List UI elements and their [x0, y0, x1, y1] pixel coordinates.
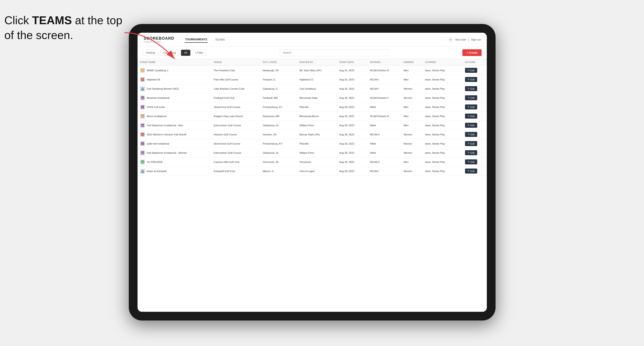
table-row: FW Fall Statesmen Invitational - Women E… — [138, 148, 487, 158]
cell-city-state: Freeport, IL — [260, 75, 297, 84]
event-icon: MV — [140, 96, 145, 100]
filter-label: Filter — [197, 51, 203, 54]
cell-hosted-by: Highland CC — [297, 75, 337, 84]
col-header-gender: GENDER — [401, 59, 422, 66]
cell-scoring: team, Stroke Play — [422, 139, 462, 148]
table-row: K Klash at Kokopelli Kokopelli Golf Club… — [138, 167, 487, 176]
cell-hosted-by: John A Logan — [297, 167, 337, 176]
cell-gender: Women — [401, 84, 422, 93]
event-name-text: VU PREVIEW — [147, 161, 162, 163]
cell-venue: Lake Bracken Country Club — [211, 84, 260, 93]
edit-button[interactable]: ✎ Edit — [465, 123, 477, 128]
table-row: FS Fall Statesmen Invitational - Men Edm… — [138, 121, 487, 130]
cell-city-state: Galesburg, IL — [260, 84, 297, 93]
edit-button[interactable]: ✎ Edit — [465, 150, 477, 155]
cell-hosted-by: Mt. Saint Mary (NY) — [297, 66, 337, 75]
cell-venue: Faribault Golf Club — [211, 93, 260, 102]
sign-out-link[interactable]: Sign out — [471, 38, 481, 41]
cell-gender: Women — [401, 167, 422, 176]
filter-button[interactable]: ≡ Filter — [192, 50, 206, 56]
cell-division: NICAA I — [368, 84, 401, 93]
edit-icon: ✎ — [468, 106, 470, 108]
edit-icon: ✎ — [468, 161, 470, 163]
cell-venue: StoneCrest Golf Course — [211, 139, 260, 148]
edit-icon: ✎ — [468, 124, 470, 127]
settings-icon[interactable]: ⚙ — [448, 37, 453, 42]
cell-city-state: Newburgh, NY — [260, 66, 297, 75]
cell-venue: StoneCrest Golf Course — [211, 102, 260, 112]
cell-city-state: Faribault, MN — [260, 93, 297, 102]
event-icon: H — [140, 77, 145, 82]
table-row: HK 2023 Women's Hesston Fall Kickoff Hes… — [138, 130, 487, 139]
cell-actions: ✎ Edit — [462, 66, 487, 75]
edit-label: Edit — [470, 97, 474, 99]
cell-start-date: Aug 28, 2023 — [337, 102, 367, 112]
cell-event-name: K Klash at Kokopelli — [138, 167, 211, 176]
edit-button[interactable]: ✎ Edit — [465, 95, 477, 100]
cell-start-date: Aug 28, 2023 — [337, 130, 367, 139]
table-row: M MSMC Qualifying 1 The Powelton Club Ne… — [138, 66, 487, 75]
cell-hosted-by: Minnesota State — [297, 93, 337, 102]
svg-text:MV: MV — [142, 97, 144, 99]
table-row: U upike fall invitational StoneCrest Gol… — [138, 139, 487, 148]
col-header-hosted: HOSTED BY — [297, 59, 337, 66]
event-icon: K — [140, 169, 145, 173]
cell-start-date: Aug 28, 2023 — [337, 93, 367, 102]
cell-actions: ✎ Edit — [462, 130, 487, 139]
table-row: U UPKE Fall Invite StoneCrest Golf Cours… — [138, 102, 487, 112]
filter-bar: Hosting Competing All ≡ Filter + Create — [138, 47, 487, 59]
cell-scoring: team, Stroke Play — [422, 121, 462, 130]
nav-teams[interactable]: TEAMS — [214, 37, 225, 42]
top-nav: SCOREBOARD Powered by Clipd TOURNAMENTS … — [138, 33, 487, 47]
nav-separator: | — [468, 38, 469, 41]
edit-button[interactable]: ✎ Edit — [465, 159, 477, 165]
cell-actions: ✎ Edit — [462, 167, 487, 176]
create-label: + Create — [466, 51, 478, 54]
cell-actions: ✎ Edit — [462, 102, 487, 112]
cell-division: NICAA II — [368, 130, 401, 139]
edit-button[interactable]: ✎ Edit — [465, 68, 477, 73]
svg-text:HK: HK — [142, 134, 144, 136]
cell-event-name: HK 2023 Women's Hesston Fall Kickoff — [138, 130, 211, 139]
cell-actions: ✎ Edit — [462, 139, 487, 148]
edit-label: Edit — [470, 87, 474, 90]
edit-icon: ✎ — [468, 69, 470, 72]
edit-label: Edit — [470, 142, 474, 145]
cell-start-date: Aug 25, 2023 — [337, 75, 367, 84]
svg-text:H: H — [142, 79, 144, 81]
search-input[interactable] — [280, 49, 389, 56]
cell-start-date: Aug 28, 2023 — [337, 121, 367, 130]
edit-button[interactable]: ✎ Edit — [465, 132, 477, 137]
edit-button[interactable]: ✎ Edit — [465, 114, 477, 119]
cell-event-name: FW Fall Statesmen Invitational - Women — [138, 148, 211, 158]
cell-city-state: Oskaloosa, IA — [260, 148, 297, 158]
cell-venue: Edmundson Golf Course — [211, 121, 260, 130]
edit-label: Edit — [470, 152, 474, 154]
svg-text:Mo: Mo — [141, 116, 144, 118]
event-name-text: Morris Invitational — [147, 115, 166, 118]
edit-button[interactable]: ✎ Edit — [465, 104, 477, 109]
edit-label: Edit — [470, 115, 474, 118]
cell-scoring: team, Stroke Play — [422, 158, 462, 167]
edit-button[interactable]: ✎ Edit — [465, 77, 477, 82]
cell-division: NAIA — [368, 148, 401, 158]
cell-actions: ✎ Edit — [462, 75, 487, 84]
cell-start-date: Aug 28, 2023 — [337, 158, 367, 167]
create-button[interactable]: + Create — [462, 49, 482, 56]
cell-city-state: Deerwood, MN — [260, 112, 297, 121]
cell-venue: Park Hills Golf Course — [211, 75, 260, 84]
cell-hosted-by: William Penn — [297, 148, 337, 158]
cell-gender: Women — [401, 139, 422, 148]
cell-gender: Men — [401, 112, 422, 121]
edit-button[interactable]: ✎ Edit — [465, 169, 477, 173]
cell-division: NICAA I — [368, 167, 401, 176]
nav-tournaments[interactable]: TOURNAMENTS — [185, 36, 208, 43]
nav-user-area: ⚙ Test User | Sign out — [448, 37, 481, 42]
edit-button[interactable]: ✎ Edit — [465, 141, 477, 146]
edit-button[interactable]: ✎ Edit — [465, 86, 477, 91]
svg-text:C: C — [142, 89, 143, 90]
edit-icon: ✎ — [468, 151, 470, 154]
cell-actions: ✎ Edit — [462, 84, 487, 93]
cell-hosted-by: Vincennes — [297, 158, 337, 167]
cell-division: NAIA — [368, 139, 401, 148]
